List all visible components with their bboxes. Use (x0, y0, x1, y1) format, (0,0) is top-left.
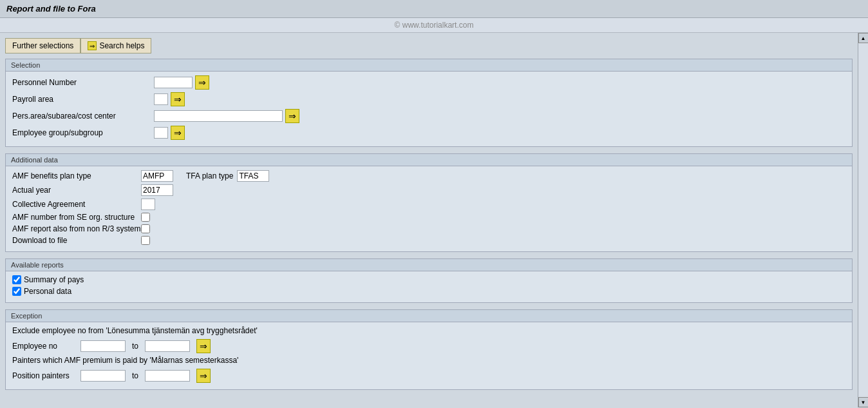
position-painters-label: Position painters (12, 371, 77, 380)
tfa-input[interactable] (237, 170, 269, 182)
watermark: © www.tutorialkart.com (0, 18, 868, 33)
scroll-up-btn[interactable]: ▲ (858, 33, 869, 43)
selection-section: Selection Personnel Number ⇒ Payroll are… (5, 59, 853, 147)
page-title: Report and file to Fora (0, 0, 868, 18)
amf-benefits-input[interactable] (141, 170, 173, 182)
actual-year-row: Actual year (12, 184, 845, 196)
search-helps-button[interactable]: Search helps (80, 38, 151, 53)
exception-section-body: Exclude employee no from 'Lönesumma tjän… (6, 322, 852, 389)
amf-benefits-row: AMF benefits plan type TFA plan type (12, 170, 845, 182)
payroll-area-input[interactable] (154, 93, 168, 105)
personal-data-label: Personal data (24, 287, 71, 296)
employee-no-arrow-btn[interactable]: ⇒ (196, 339, 211, 353)
summary-pays-checkbox[interactable] (12, 275, 21, 284)
download-row: Download to file (12, 236, 845, 245)
pers-area-input[interactable] (154, 110, 283, 122)
payroll-area-label: Payroll area (12, 95, 154, 104)
personnel-number-label: Personnel Number (12, 78, 154, 87)
collective-agreement-label: Collective Agreement (12, 200, 141, 209)
pers-area-row: Pers.area/subarea/cost center ⇒ (12, 109, 845, 123)
additional-section-body: AMF benefits plan type TFA plan type Act… (6, 166, 852, 251)
collective-agreement-input[interactable] (141, 199, 155, 210)
employee-no-label: Employee no (12, 342, 77, 351)
content-area: Further selections Search helps Selectio… (0, 33, 858, 407)
tfa-label: TFA plan type (186, 171, 233, 180)
payroll-area-arrow-btn[interactable]: ⇒ (171, 92, 185, 106)
available-reports-section: Available reports Summary of pays Person… (5, 258, 853, 303)
personnel-number-input[interactable] (154, 77, 193, 88)
search-helps-arrow-icon (88, 41, 97, 50)
amf-report-checkbox[interactable] (141, 224, 150, 233)
painters-label: Painters which AMF premium is paid by 'M… (12, 356, 845, 365)
employee-group-row: Employee group/subgroup ⇒ (12, 126, 845, 140)
to-label: to (132, 342, 138, 351)
selection-section-body: Personnel Number ⇒ Payroll area ⇒ Pers.a… (6, 72, 852, 146)
scroll-track[interactable] (858, 43, 869, 397)
pers-area-arrow-btn[interactable]: ⇒ (285, 109, 299, 123)
search-helps-label: Search helps (99, 41, 144, 50)
employee-no-from-input[interactable] (80, 340, 126, 352)
position-painters-arrow-btn[interactable]: ⇒ (196, 369, 211, 383)
pers-area-label: Pers.area/subarea/cost center (12, 112, 154, 121)
personnel-number-arrow-btn[interactable]: ⇒ (195, 75, 209, 90)
further-selections-button[interactable]: Further selections (5, 38, 80, 53)
employee-group-label: Employee group/subgroup (12, 128, 154, 137)
additional-section-title: Additional data (6, 154, 852, 166)
personnel-number-row: Personnel Number ⇒ (12, 75, 845, 90)
summary-pays-row: Summary of pays (12, 275, 845, 284)
summary-pays-label: Summary of pays (24, 275, 84, 284)
scroll-down-btn[interactable]: ▼ (858, 397, 869, 407)
available-reports-title: Available reports (6, 259, 852, 271)
personal-data-row: Personal data (12, 287, 845, 296)
employee-group-arrow-btn[interactable]: ⇒ (171, 126, 185, 140)
exclude-label: Exclude employee no from 'Lönesumma tjän… (12, 326, 845, 335)
position-painters-row: Position painters to ⇒ (12, 369, 845, 383)
amf-number-checkbox[interactable] (141, 213, 150, 222)
actual-year-label: Actual year (12, 186, 141, 195)
position-to-label: to (132, 371, 138, 380)
employee-no-to-input[interactable] (145, 340, 190, 352)
download-label: Download to file (12, 236, 141, 245)
position-painters-to-input[interactable] (145, 370, 190, 382)
additional-section: Additional data AMF benefits plan type T… (5, 153, 853, 252)
employee-no-row: Employee no to ⇒ (12, 339, 845, 353)
personal-data-checkbox[interactable] (12, 287, 21, 296)
further-selections-label: Further selections (12, 41, 73, 50)
actual-year-input[interactable] (141, 184, 173, 196)
exception-section: Exception Exclude employee no from 'Löne… (5, 309, 853, 390)
amf-report-row: AMF report also from non R/3 system (12, 224, 845, 233)
available-reports-body: Summary of pays Personal data (6, 271, 852, 302)
selection-section-title: Selection (6, 59, 852, 72)
collective-agreement-row: Collective Agreement (12, 199, 845, 210)
exception-section-title: Exception (6, 310, 852, 322)
download-checkbox[interactable] (141, 236, 150, 245)
employee-group-input[interactable] (154, 127, 168, 139)
amf-number-label: AMF number from SE org. structure (12, 213, 141, 222)
amf-number-row: AMF number from SE org. structure (12, 213, 845, 222)
toolbar: Further selections Search helps (5, 38, 853, 53)
position-painters-from-input[interactable] (80, 370, 126, 382)
payroll-area-row: Payroll area ⇒ (12, 92, 845, 106)
scrollbar[interactable]: ▲ ▼ (858, 33, 868, 407)
amf-benefits-label: AMF benefits plan type (12, 171, 141, 180)
amf-report-label: AMF report also from non R/3 system (12, 224, 141, 233)
